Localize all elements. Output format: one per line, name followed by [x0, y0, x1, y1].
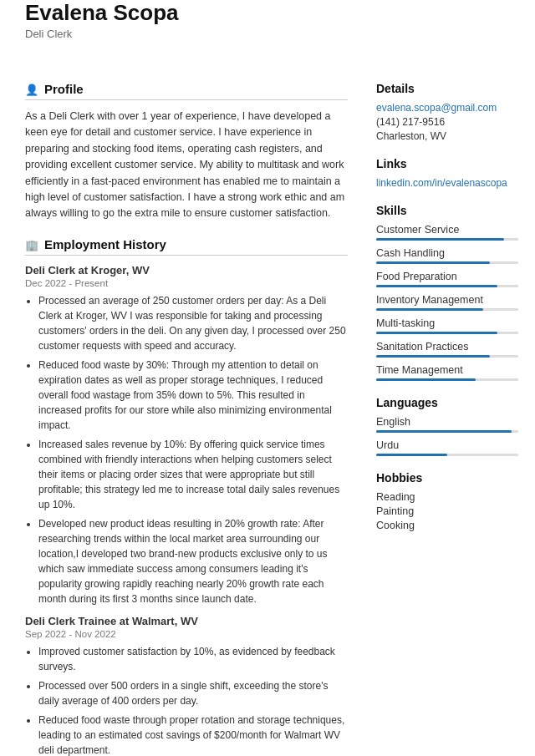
language-item: English — [376, 416, 518, 433]
hobby-item: Cooking — [376, 520, 518, 531]
skill-bar-fill — [376, 308, 483, 311]
right-column: Details evalena.scopa@gmail.com (141) 21… — [368, 82, 535, 756]
skill-bar-fill — [376, 355, 490, 358]
employment-section-title: Employment History — [25, 237, 348, 256]
skill-item: Sanitation Practices — [376, 341, 518, 358]
list-item: Processed an average of 250 customer ord… — [38, 293, 348, 353]
profile-text: As a Deli Clerk with over 1 year of expe… — [25, 109, 348, 222]
job-title: Deli Clerk Trainee at Walmart, WV — [25, 615, 348, 627]
skill-bar-fill — [376, 332, 497, 334]
skills-section-title: Skills — [376, 204, 518, 217]
skill-bar-fill — [376, 238, 504, 241]
list-item: Reduced food waste through proper rotati… — [38, 713, 348, 756]
job-date: Sep 2022 - Nov 2022 — [25, 629, 348, 639]
skill-label: Customer Service — [376, 224, 518, 236]
jobs-list: Deli Clerk at Kroger, WVDec 2022 - Prese… — [25, 264, 348, 756]
job-bullets: Improved customer satisfaction by 10%, a… — [25, 644, 348, 756]
skill-item: Cash Handling — [376, 247, 518, 264]
linkedin-link[interactable]: linkedin.com/in/evalenascopa — [376, 177, 518, 189]
profile-icon — [25, 82, 38, 96]
list-item: Reduced food waste by 30%: Through my at… — [38, 358, 348, 433]
employment-icon — [25, 237, 38, 251]
list-item: Developed new product ideas resulting in… — [38, 516, 348, 606]
skill-item: Food Preparation — [376, 271, 518, 287]
list-item: Increased sales revenue by 10%: By offer… — [38, 437, 348, 512]
skill-item: Multi-tasking — [376, 317, 518, 334]
candidate-name: Evalena Scopa — [25, 0, 510, 26]
skill-label: Multi-tasking — [376, 317, 518, 329]
phone-detail: (141) 217-9516 — [376, 116, 518, 128]
skill-bar-bg — [376, 238, 518, 241]
language-label: English — [376, 416, 518, 428]
skill-label: Food Preparation — [376, 271, 518, 282]
links-section-title: Links — [376, 157, 518, 170]
language-bar-fill — [376, 430, 512, 433]
language-item: Urdu — [376, 439, 518, 456]
details-section-title: Details — [376, 82, 518, 95]
hobbies-section-title: Hobbies — [376, 471, 518, 485]
job-entry: Deli Clerk Trainee at Walmart, WVSep 202… — [25, 615, 348, 756]
skill-bar-fill — [376, 285, 497, 287]
hobby-item: Reading — [376, 491, 518, 503]
skill-bar-bg — [376, 261, 518, 264]
job-title: Deli Clerk at Kroger, WV — [25, 264, 348, 277]
list-item: Processed over 500 orders in a single sh… — [38, 678, 348, 708]
skill-bar-bg — [376, 285, 518, 287]
job-bullets: Processed an average of 250 customer ord… — [25, 293, 348, 606]
skill-label: Inventory Management — [376, 294, 518, 306]
email-detail[interactable]: evalena.scopa@gmail.com — [376, 102, 518, 114]
hobby-item: Painting — [376, 505, 518, 517]
skill-bar-fill — [376, 378, 476, 381]
candidate-title: Deli Clerk — [25, 28, 510, 40]
hobbies-list: ReadingPaintingCooking — [376, 491, 518, 531]
skill-bar-bg — [376, 355, 518, 358]
language-bar-bg — [376, 454, 518, 456]
skill-bar-bg — [376, 332, 518, 334]
language-label: Urdu — [376, 439, 518, 451]
skill-label: Cash Handling — [376, 247, 518, 259]
language-bar-fill — [376, 454, 447, 456]
skill-item: Time Management — [376, 364, 518, 381]
location-detail: Charleston, WV — [376, 130, 518, 142]
skill-item: Inventory Management — [376, 294, 518, 311]
job-date: Dec 2022 - Present — [25, 278, 348, 288]
resume-header: Evalena Scopa Deli Clerk — [0, 0, 535, 57]
skills-list: Customer ServiceCash HandlingFood Prepar… — [376, 224, 518, 381]
skill-bar-bg — [376, 308, 518, 311]
skill-label: Time Management — [376, 364, 518, 376]
languages-section-title: Languages — [376, 396, 518, 409]
left-column: Profile As a Deli Clerk with over 1 year… — [0, 82, 368, 756]
languages-list: EnglishUrdu — [376, 416, 518, 456]
skill-item: Customer Service — [376, 224, 518, 241]
skill-label: Sanitation Practices — [376, 341, 518, 353]
job-entry: Deli Clerk at Kroger, WVDec 2022 - Prese… — [25, 264, 348, 606]
profile-section-title: Profile — [25, 82, 348, 100]
language-bar-bg — [376, 430, 518, 433]
skill-bar-fill — [376, 261, 490, 264]
skill-bar-bg — [376, 378, 518, 381]
list-item: Improved customer satisfaction by 10%, a… — [38, 644, 348, 674]
